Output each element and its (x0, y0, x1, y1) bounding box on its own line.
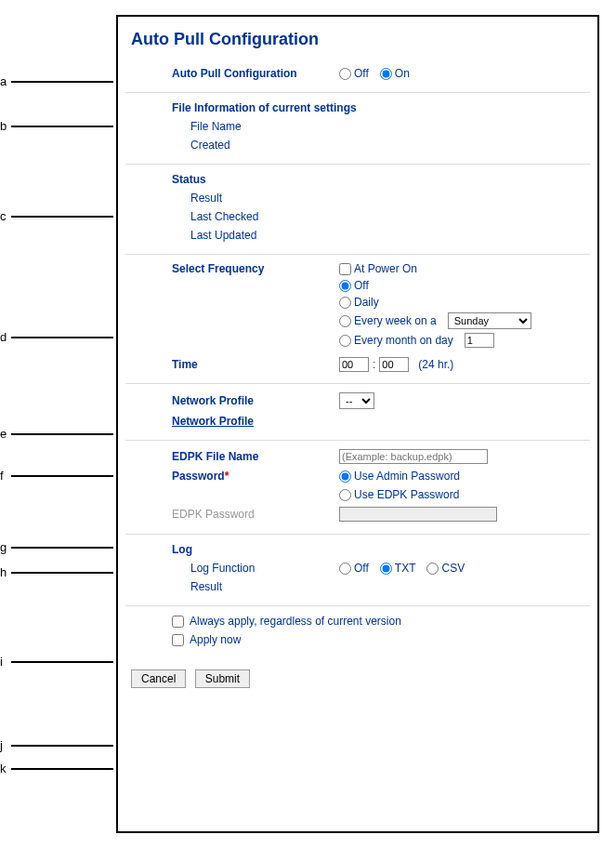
freq-monthly-radio[interactable] (339, 335, 351, 347)
cancel-button[interactable]: Cancel (131, 669, 186, 688)
freq-monthly-option[interactable]: Every month on day (339, 334, 453, 347)
created-label: Created (172, 139, 230, 152)
freq-week-select[interactable]: Sunday (448, 312, 531, 329)
callout-h: h (0, 565, 113, 579)
callout-column: abcdefghijk (0, 0, 121, 848)
edpk-filename-input[interactable] (339, 449, 488, 464)
callout-d: d (0, 330, 113, 344)
freq-weekly-radio[interactable] (339, 315, 351, 327)
always-apply-label: Always apply, regardless of current vers… (190, 615, 401, 628)
apply-now-checkbox[interactable] (172, 634, 184, 646)
status-result-label: Result (172, 192, 222, 205)
time-label: Time (172, 358, 339, 371)
filename-label: File Name (172, 120, 242, 133)
button-bar: Cancel Submit (125, 658, 590, 688)
callout-a: a (0, 74, 113, 88)
callout-g: g (0, 540, 113, 554)
network-label: Network Profile (172, 394, 339, 407)
autopull-on-option[interactable]: On (380, 67, 410, 80)
always-apply-checkbox[interactable] (172, 616, 184, 628)
page-title: Auto Pull Configuration (125, 26, 590, 59)
autopull-section: Auto Pull Configuration Off On (125, 59, 590, 93)
apply-now-label: Apply now (190, 633, 241, 646)
autopull-on-radio[interactable] (380, 68, 392, 80)
always-apply-row[interactable]: Always apply, regardless of current vers… (172, 612, 581, 630)
password-label: Password* (172, 470, 339, 483)
network-profile-select[interactable]: -- (339, 392, 374, 409)
callout-k: k (0, 762, 113, 775)
password-admin-option[interactable]: Use Admin Password (339, 470, 460, 483)
edpk-filename-label: EDPK File Name (172, 450, 339, 463)
status-lastchecked-label: Last Checked (172, 210, 258, 223)
log-function-label: Log Function (172, 562, 339, 575)
frequency-header: Select Frequency (172, 262, 339, 275)
freq-weekly-option[interactable]: Every week on a (339, 314, 437, 327)
log-section: Log Log Function Off TXT CSV Result (125, 535, 590, 606)
autopull-off-radio[interactable] (339, 68, 351, 80)
autopull-off-option[interactable]: Off (339, 67, 369, 80)
log-header: Log (172, 543, 192, 556)
frequency-section: Select Frequency At Power On Off Daily E… (125, 255, 590, 384)
edpk-password-input (339, 507, 497, 522)
callout-b: b (0, 119, 113, 133)
freq-poweron-option[interactable]: At Power On (339, 262, 417, 275)
time-minute-input[interactable] (379, 357, 409, 372)
password-edpk-option[interactable]: Use EDPK Password (339, 488, 459, 501)
autopull-label: Auto Pull Configuration (172, 67, 339, 80)
main-panel: Auto Pull Configuration Auto Pull Config… (116, 15, 599, 833)
log-off-radio[interactable] (339, 563, 351, 575)
time-hint: (24 hr.) (418, 358, 453, 371)
callout-i: i (0, 655, 113, 669)
log-txt-radio[interactable] (380, 563, 392, 575)
edpk-section: EDPK File Name Password* Use Admin Passw… (125, 441, 590, 535)
callout-j: j (0, 738, 113, 752)
freq-month-day-input[interactable] (465, 333, 494, 348)
log-csv-option[interactable]: CSV (426, 562, 465, 575)
log-csv-radio[interactable] (426, 563, 439, 575)
network-section: Network Profile -- Network Profile (125, 384, 590, 441)
log-result-label: Result (172, 580, 222, 593)
apply-section: Always apply, regardless of current vers… (125, 606, 590, 658)
fileinfo-header: File Information of current settings (172, 101, 357, 114)
status-header: Status (172, 173, 206, 186)
password-admin-radio[interactable] (339, 470, 351, 483)
callout-f: f (0, 469, 113, 483)
password-edpk-radio[interactable] (339, 489, 351, 501)
log-off-option[interactable]: Off (339, 562, 369, 575)
callout-e: e (0, 427, 113, 441)
network-profile-link[interactable]: Network Profile (172, 415, 254, 428)
freq-poweron-checkbox[interactable] (339, 263, 351, 275)
edpk-password-label: EDPK Password (172, 508, 339, 521)
status-section: Status Result Last Checked Last Updated (125, 165, 590, 255)
freq-off-option[interactable]: Off (339, 279, 369, 292)
freq-daily-radio[interactable] (339, 297, 351, 309)
time-hour-input[interactable] (339, 357, 369, 372)
callout-c: c (0, 209, 113, 223)
fileinfo-section: File Information of current settings Fil… (125, 93, 590, 165)
apply-now-row[interactable]: Apply now (172, 630, 581, 649)
log-txt-option[interactable]: TXT (380, 562, 416, 575)
status-lastupdated-label: Last Updated (172, 229, 256, 242)
freq-daily-option[interactable]: Daily (339, 296, 379, 309)
freq-off-radio[interactable] (339, 280, 351, 292)
submit-button[interactable]: Submit (195, 669, 250, 688)
